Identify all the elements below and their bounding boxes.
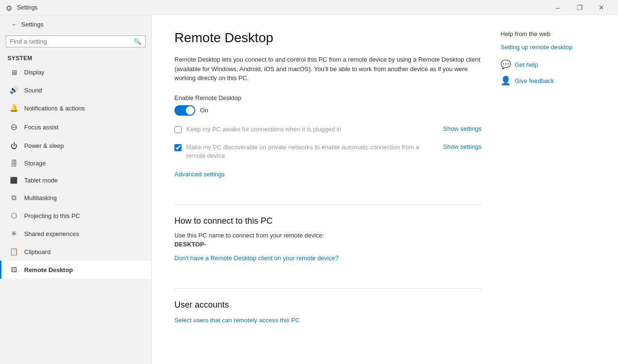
sidebar-item-label: Projecting to this PC: [24, 212, 80, 219]
enable-label: Enable Remote Desktop: [174, 94, 482, 101]
sidebar-item-label: Clipboard: [24, 248, 51, 255]
sidebar-item-label: Multitasking: [24, 194, 57, 201]
sidebar-item-tablet[interactable]: ⬛ Tablet mode: [0, 172, 151, 189]
sidebar-item-label: Tablet mode: [24, 177, 58, 184]
settings-icon: ⚙: [6, 4, 13, 11]
toggle-thumb: [186, 106, 194, 115]
feedback-label: Give feedback: [515, 77, 554, 84]
titlebar: ⚙ Settings – ❐ ✕: [0, 0, 618, 15]
sidebar-item-label: Power & sleep: [24, 142, 64, 149]
sidebar-item-notifications[interactable]: 🔔 Notifications & actions: [0, 99, 151, 117]
back-icon: ←: [11, 21, 18, 28]
advanced-settings-link[interactable]: Advanced settings: [174, 171, 225, 178]
remote-desktop-toggle[interactable]: [174, 105, 195, 116]
sidebar-item-storage[interactable]: 🗄 Storage: [0, 155, 151, 172]
divider-2: [174, 288, 482, 289]
remote-icon: ⊡: [9, 265, 18, 274]
close-button[interactable]: ✕: [591, 0, 612, 15]
sidebar-item-sound[interactable]: 🔊 Sound: [0, 81, 151, 99]
divider-1: [174, 204, 482, 205]
clipboard-icon: 📋: [9, 247, 18, 256]
discoverable-checkbox[interactable]: [174, 144, 182, 151]
toggle-label: On: [200, 107, 208, 114]
sidebar-item-label: Storage: [24, 160, 46, 167]
setup-link[interactable]: Setting up remote desktop: [500, 43, 595, 52]
get-help-label: Get help: [515, 61, 538, 68]
checkbox-group-1: Keep my PC awake for connections when it…: [174, 125, 437, 134]
sidebar-item-multitasking[interactable]: ⧉ Multitasking: [0, 189, 151, 207]
sidebar-item-shared[interactable]: ✳ Shared experiences: [0, 225, 151, 243]
minimize-button[interactable]: –: [547, 0, 569, 15]
sidebar-item-display[interactable]: 🖥 Display: [0, 64, 151, 81]
titlebar-title: Settings: [17, 4, 37, 11]
help-section: Help from the web Setting up remote desk…: [500, 30, 595, 86]
search-box[interactable]: 🔍: [6, 36, 145, 47]
feedback-action[interactable]: 👤 Give feedback: [500, 75, 595, 86]
sidebar-item-clipboard[interactable]: 📋 Clipboard: [0, 243, 151, 261]
connect-label: Use this PC name to connect from your re…: [174, 232, 482, 239]
search-icon: 🔍: [134, 38, 141, 45]
focus-icon: ⊖: [9, 122, 18, 132]
help-panel: Help from the web Setting up remote desk…: [500, 30, 595, 349]
no-client-link[interactable]: Don't have a Remote Desktop client on yo…: [174, 255, 338, 262]
sidebar-item-power[interactable]: ⏻ Power & sleep: [0, 137, 151, 155]
sidebar-item-label: Shared experiences: [24, 230, 79, 237]
sidebar-item-projecting[interactable]: ⬡ Projecting to this PC: [0, 207, 151, 225]
sidebar-item-focus[interactable]: ⊖ Focus assist: [0, 117, 151, 137]
multitasking-icon: ⧉: [9, 193, 18, 202]
toggle-row: On: [174, 105, 482, 116]
sidebar-item-label: Sound: [24, 87, 42, 94]
desktop-name: DESKTOP-: [174, 241, 482, 248]
window-controls: – ❐ ✕: [547, 0, 612, 15]
content-main: Remote Desktop Remote Desktop lets you c…: [174, 30, 482, 349]
storage-icon: 🗄: [9, 159, 18, 167]
back-button[interactable]: ← Settings: [0, 15, 151, 34]
content-area: Remote Desktop Remote Desktop lets you c…: [152, 15, 618, 364]
page-title: Remote Desktop: [174, 30, 482, 46]
page-desc: Remote Desktop lets you connect to and c…: [174, 55, 482, 83]
sound-icon: 🔊: [9, 86, 18, 94]
sidebar-section-label: System: [0, 51, 151, 64]
app-body: ← Settings 🔍 System 🖥 Display 🔊 Sound 🔔 …: [0, 15, 618, 364]
maximize-button[interactable]: ❐: [569, 0, 591, 15]
show-settings-link-1[interactable]: Show settings: [443, 125, 482, 132]
user-accounts-title: User accounts: [174, 300, 482, 310]
sidebar: ← Settings 🔍 System 🖥 Display 🔊 Sound 🔔 …: [0, 15, 152, 364]
display-icon: 🖥: [9, 68, 18, 76]
power-icon: ⏻: [9, 142, 18, 150]
show-settings-link-2[interactable]: Show settings: [443, 143, 482, 150]
sidebar-item-label: Remote Desktop: [24, 266, 73, 273]
checkbox-row-2: Make my PC discoverable on private netwo…: [174, 143, 482, 162]
select-users-link[interactable]: Select users that can remotely access th…: [174, 317, 300, 324]
get-help-icon: 💬: [500, 59, 511, 70]
feedback-icon: 👤: [500, 75, 511, 86]
notifications-icon: 🔔: [9, 104, 18, 112]
tablet-icon: ⬛: [9, 177, 18, 184]
projecting-icon: ⬡: [9, 211, 18, 220]
help-label: Help from the web: [500, 30, 595, 37]
how-to-title: How to connect to this PC: [174, 216, 482, 226]
checkbox-row-1: Keep my PC awake for connections when it…: [174, 125, 482, 136]
sidebar-item-label: Notifications & actions: [24, 105, 85, 112]
shared-icon: ✳: [9, 229, 18, 238]
keepawake-checkbox[interactable]: [174, 126, 182, 133]
checkbox1-text: Keep my PC awake for connections when it…: [186, 125, 437, 134]
sidebar-item-label: Display: [24, 69, 45, 76]
search-input[interactable]: [10, 38, 134, 45]
checkbox2-text: Make my PC discoverable on private netwo…: [186, 143, 437, 160]
get-help-action[interactable]: 💬 Get help: [500, 59, 595, 70]
checkbox-group-2: Make my PC discoverable on private netwo…: [174, 143, 437, 160]
sidebar-item-label: Focus assist: [24, 124, 58, 131]
back-label: Settings: [21, 21, 44, 28]
sidebar-item-remote[interactable]: ⊡ Remote Desktop: [0, 261, 151, 279]
